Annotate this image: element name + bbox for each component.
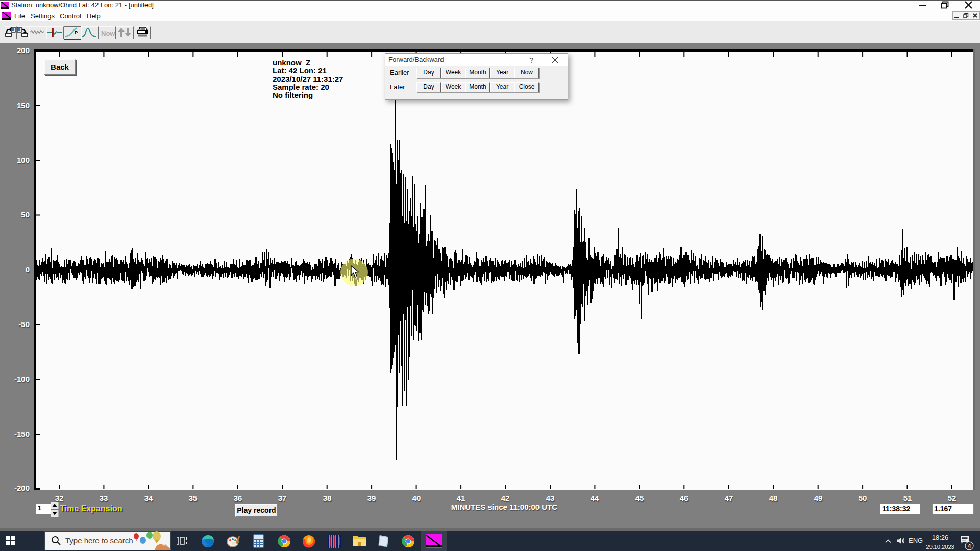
svg-text:4: 4: [968, 543, 971, 550]
